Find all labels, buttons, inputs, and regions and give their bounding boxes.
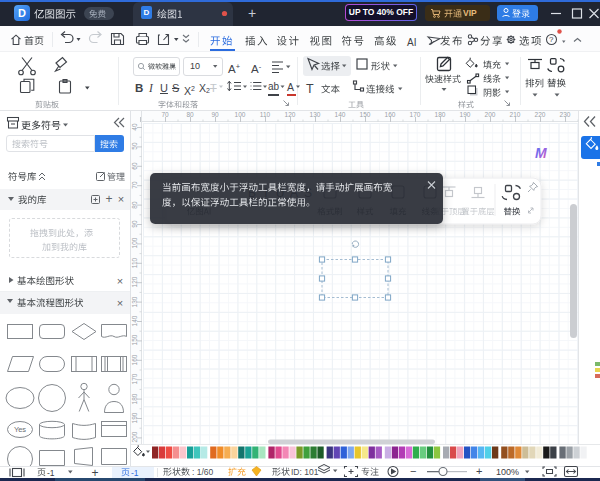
svg-text:M: M <box>535 145 547 161</box>
